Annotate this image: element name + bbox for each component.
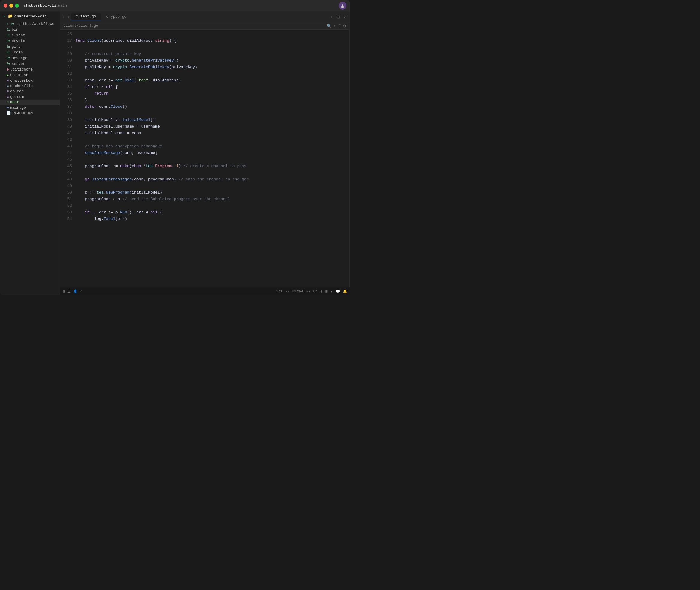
statusbar-mode: -- NORMAL -- [285, 289, 311, 293]
minimize-button[interactable] [9, 4, 13, 7]
code-line-26 [76, 31, 349, 37]
sidebar-item-github-workflows[interactable]: ▸ 🗁 .github/workflows [0, 21, 60, 27]
sidebar-item-crypto[interactable]: 🗁 crypto [0, 38, 60, 44]
sidebar-item-label: server [12, 62, 25, 66]
sidebar-item-readme[interactable]: 📄 README.md [0, 110, 60, 116]
titlebar-title: chatterbox-cli main [24, 3, 67, 8]
sidebar-item-label: message [12, 56, 28, 60]
sidebar-item-dockerfile[interactable]: ≡ dockerfile [0, 83, 60, 89]
code-line-39: initialModel := initialModel() [76, 117, 349, 123]
magic-button[interactable]: ✦ [333, 23, 337, 28]
maximize-button[interactable] [15, 4, 19, 7]
code-line-28 [76, 44, 349, 51]
code-line-50: p := tea.NewProgram(initialModel) [76, 189, 349, 196]
code-line-49 [76, 183, 349, 189]
new-tab-button[interactable]: + [329, 14, 334, 20]
code-line-29: // construct private key [76, 51, 349, 57]
code-content[interactable]: func Client(username, dialAddress string… [76, 30, 349, 287]
sidebar-item-chatterbox[interactable]: ≡ chatterbox [0, 78, 60, 83]
sidebar-item-login[interactable]: 🗁 login [0, 50, 60, 55]
folder-icon: 🗁 [7, 39, 10, 43]
sidebar-item-label: go.mod [10, 89, 24, 94]
sidebar-item-label: gifs [12, 45, 21, 49]
code-line-52 [76, 203, 349, 209]
search-button[interactable]: 🔍 [327, 23, 331, 28]
sidebar-item-buildsh[interactable]: ▶ build.sh [0, 72, 60, 78]
code-line-38 [76, 110, 349, 117]
folder-icon: ▸ 🗁 [7, 22, 14, 26]
statusbar-layout-icon[interactable]: ⊞ [63, 289, 65, 294]
shell-icon: ▶ [7, 73, 9, 77]
sidebar-item-maingo[interactable]: ∞ main.go [0, 105, 60, 110]
forward-button[interactable]: › [66, 13, 70, 20]
docker-icon: ≡ [7, 84, 9, 88]
sidebar-item-gomod[interactable]: ≡ go.mod [0, 89, 60, 94]
statusbar-icon1[interactable]: ⊙ [320, 289, 322, 294]
code-line-35: return [76, 90, 349, 97]
statusbar-position: 1:1 [276, 289, 282, 293]
sidebar-item-label: main.go [10, 106, 26, 110]
branch-name: main [58, 4, 67, 8]
sidebar-item-label: chatterbox [10, 79, 33, 83]
sum-icon: ≡ [7, 95, 9, 99]
code-line-42 [76, 136, 349, 143]
sidebar-item-bin[interactable]: 🗁 bin [0, 27, 60, 32]
statusbar-icon5[interactable]: 🔔 [343, 289, 347, 294]
sidebar-item-label: bin [12, 28, 19, 32]
fullscreen-button[interactable]: ⤢ [342, 14, 348, 20]
close-button[interactable] [4, 4, 7, 7]
readme-icon: 📄 [7, 111, 11, 115]
code-editor[interactable]: 26 27 28 29 30 31 32 33 34 35 36 37 38 3… [60, 30, 350, 287]
code-line-53: if _, err := p.Run(); err ≠ nil { [76, 209, 349, 216]
breadcrumb: client/client.go [64, 24, 98, 28]
code-line-32 [76, 71, 349, 77]
statusbar: ⊞ ☰ 👤 ✓ 1:1 -- NORMAL -- Go ⊙ ⊞ ✦ 💬 🔔 [60, 287, 350, 295]
sidebar-root-item[interactable]: ▾ 📁 chatterbox-cli [0, 11, 60, 21]
binary-icon: ≡ [7, 79, 9, 83]
tab-crypto-go[interactable]: crypto.go [101, 13, 131, 20]
sidebar-item-gitignore[interactable]: ⚙ .gitignore [0, 67, 60, 72]
svg-point-1 [341, 6, 344, 8]
sidebar-item-main[interactable]: ≡ main [0, 100, 60, 105]
folder-icon: 🗁 [7, 62, 10, 66]
sidebar-item-message[interactable]: 🗁 message [0, 55, 60, 61]
mod-icon: ≡ [7, 89, 9, 94]
sidebar-item-label: dockerfile [10, 84, 33, 88]
main-icon: ≡ [7, 100, 9, 104]
code-line-27: func Client(username, dialAddress string… [76, 37, 349, 44]
code-line-43: // begin aes encryption handshake [76, 143, 349, 150]
statusbar-users-icon[interactable]: 👤 [73, 289, 77, 294]
statusbar-list-icon[interactable]: ☰ [68, 289, 71, 294]
statusbar-icon4[interactable]: 💬 [336, 289, 340, 294]
cursor-button[interactable]: 𝙸 [338, 23, 341, 28]
statusbar-check-icon[interactable]: ✓ [80, 289, 82, 294]
folder-icon: 🗁 [7, 33, 10, 37]
sidebar-item-gifs[interactable]: 🗁 gifs [0, 44, 60, 50]
settings-button[interactable]: ⚙ [343, 23, 346, 28]
sidebar-item-client[interactable]: 🗁 client [0, 32, 60, 38]
sidebar-item-server[interactable]: 🗁 server [0, 61, 60, 67]
sidebar-item-label: .gitignore [10, 68, 33, 72]
statusbar-left: ⊞ ☰ 👤 ✓ [63, 289, 82, 294]
project-name: chatterbox-cli [24, 3, 56, 8]
statusbar-icon3[interactable]: ✦ [331, 289, 333, 294]
sidebar-item-label: client [12, 33, 25, 37]
code-line-41: initialModel.conn = conn [76, 130, 349, 136]
code-line-40: initialModel.username = username [76, 123, 349, 130]
sidebar-item-label: crypto [12, 39, 25, 43]
folder-icon: 🗁 [7, 44, 10, 49]
tab-client-go[interactable]: client.go [71, 13, 101, 20]
root-folder-icon: ▾ 📁 [3, 14, 13, 19]
breadcrumb-bar: client/client.go 🔍 ✦ 𝙸 ⚙ [60, 22, 350, 30]
tab-bar: ‹ › client.go crypto.go + ⊞ ⤢ [60, 11, 350, 22]
statusbar-icon2[interactable]: ⊞ [325, 289, 328, 294]
code-line-33: conn, err := net.Dial("tcp", dialAddress… [76, 77, 349, 84]
back-button[interactable]: ‹ [62, 13, 66, 20]
sidebar-item-label: go.sum [10, 95, 24, 99]
line-numbers: 26 27 28 29 30 31 32 33 34 35 36 37 38 3… [60, 30, 76, 287]
code-line-45 [76, 156, 349, 163]
split-view-button[interactable]: ⊞ [335, 14, 341, 20]
sidebar-item-gosum[interactable]: ≡ go.sum [0, 94, 60, 100]
sidebar-item-label: .github/workflows [16, 22, 54, 26]
sidebar-project-label: chatterbox-cli [14, 14, 47, 19]
